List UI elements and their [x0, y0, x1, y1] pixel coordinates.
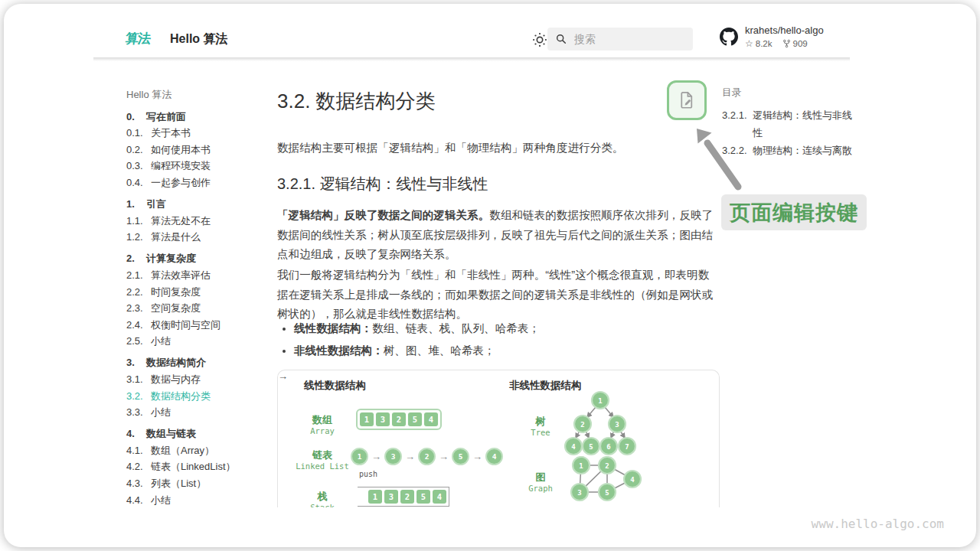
sidebar-item[interactable]: 2.4.权衡时间与空间 — [126, 317, 264, 334]
sidebar-item[interactable]: 2.3.空间复杂度 — [126, 300, 264, 317]
github-repo-name: krahets/hello-algo — [745, 24, 824, 37]
svg-text:7: 7 — [625, 443, 629, 451]
site-title[interactable]: Hello 算法 — [170, 31, 228, 47]
svg-text:6: 6 — [606, 443, 610, 451]
sidebar-item[interactable]: 0.1.关于本书 — [126, 125, 264, 142]
sidebar-item[interactable]: 4.3.列表（List） — [126, 475, 264, 492]
figure-cell: 2 — [392, 412, 406, 426]
figure-cell: 3 — [384, 490, 398, 504]
search-icon — [555, 33, 567, 45]
arrow-icon: → — [371, 451, 381, 462]
figure-cell: 1 — [368, 490, 382, 504]
svg-text:2: 2 — [580, 421, 584, 429]
figure-node: 2 — [418, 448, 436, 465]
figure-data-structures: 线性数据结构 非线性数据结构 数组 Array 13254 链表 Linked … — [277, 370, 720, 507]
sidebar-item[interactable]: 4.4.小结 — [126, 492, 264, 509]
figure-tree-diagram: 1 2 3 4 5 6 7 — [561, 390, 645, 458]
paragraph-linear: 我们一般将逻辑结构分为「线性」和「非线性」两种。“线性”这个概念很直观，即表明数… — [277, 266, 720, 324]
svg-text:3: 3 — [577, 489, 581, 497]
figure-stack-label-zh: 栈 — [298, 490, 347, 504]
intro-paragraph: 数据结构主要可根据「逻辑结构」和「物理结构」两种角度进行分类。 — [277, 139, 720, 158]
svg-text:5: 5 — [605, 489, 609, 497]
bullet-list: 线性数据结构：数组、链表、栈、队列、哈希表；非线性数据结构：树、图、堆、哈希表； — [294, 318, 720, 362]
sidebar-item[interactable]: 0.2.如何使用本书 — [126, 142, 264, 158]
arrow-icon: → — [472, 451, 482, 462]
figure-cell: 3 — [376, 412, 390, 426]
annotation-label: 页面编辑按键 — [721, 194, 867, 230]
svg-text:2: 2 — [605, 462, 609, 470]
github-icon — [720, 28, 738, 46]
arrow-icon: → — [439, 451, 449, 462]
figure-graph-label-en: Graph — [518, 484, 564, 493]
sidebar-item[interactable]: 2.1.算法效率评估 — [126, 267, 264, 284]
figure-stack-push-label: push — [359, 470, 377, 478]
figure-linear-title: 线性数据结构 — [304, 379, 366, 393]
paragraph-logical-lead: 「逻辑结构」反映了数据之间的逻辑关系。 — [277, 209, 489, 221]
bullet-item: 非线性数据结构：树、图、堆、哈希表； — [294, 340, 720, 361]
figure-cell: 1 — [360, 412, 374, 426]
sidebar-item[interactable]: 2.计算复杂度 — [126, 250, 264, 267]
svg-text:4: 4 — [630, 476, 635, 484]
github-repo-stats: 8.2k 909 — [745, 38, 824, 49]
edit-page-button[interactable] — [667, 80, 707, 120]
sidebar-item[interactable]: 4.数组与链表 — [126, 425, 264, 442]
figure-node: 1 — [351, 448, 368, 465]
sidebar-item[interactable]: 3.3.小结 — [126, 404, 264, 421]
figure-node: 5 — [452, 448, 469, 465]
sidebar-item[interactable]: 1.引言 — [126, 196, 264, 213]
fork-icon — [782, 39, 791, 48]
figure-graph-diagram: 1 2 4 3 5 — [561, 456, 653, 507]
sidebar-item[interactable]: 3.1.数据与内存 — [126, 371, 264, 388]
figure-cell: 2 — [400, 490, 414, 504]
sidebar-item[interactable]: 1.1.算法无处不在 — [126, 213, 264, 230]
sidebar-item[interactable]: 3.2.数据结构分类 — [126, 388, 264, 405]
page-title: 3.2. 数据结构分类 — [277, 88, 436, 115]
bullet-item: 线性数据结构：数组、链表、栈、队列、哈希表； — [294, 318, 720, 339]
figure-cell: 4 — [433, 490, 446, 504]
sidebar-item[interactable]: 0.写在前面 — [126, 109, 264, 126]
svg-text:4: 4 — [571, 443, 576, 451]
toc-title: 目录 — [722, 86, 856, 99]
sun-icon — [531, 31, 548, 48]
sidebar-root-label: Hello 算法 — [126, 86, 264, 103]
svg-text:5: 5 — [589, 443, 593, 451]
figure-node: 3 — [384, 448, 402, 465]
figure-list-label-en: Linked List — [286, 461, 359, 471]
sidebar-item[interactable]: 1.2.算法是什么 — [126, 229, 264, 246]
svg-text:1: 1 — [598, 397, 602, 405]
paragraph-logical: 「逻辑结构」反映了数据之间的逻辑关系。数组和链表的数据按照顺序依次排列，反映了数… — [277, 206, 720, 265]
sidebar-item[interactable]: 0.4.一起参与创作 — [126, 174, 264, 191]
sidebar-item[interactable]: 4.2.链表（LinkedList） — [126, 458, 264, 475]
svg-text:1: 1 — [579, 462, 583, 470]
figure-array: 13254 — [356, 409, 442, 430]
sidebar-item[interactable]: 3.数据结构简介 — [126, 354, 264, 371]
figure-list-label-zh: 链表 — [298, 448, 347, 462]
star-count: 8.2k — [756, 39, 773, 48]
figure-node: 4 — [485, 448, 503, 465]
arrow-icon: → — [405, 451, 415, 462]
sidebar-item[interactable]: 2.2.时间复杂度 — [126, 284, 264, 301]
site-logo[interactable]: 算法 — [125, 30, 151, 47]
site-watermark: www.hello-algo.com — [812, 517, 944, 531]
figure-stack-label-en: Stack — [298, 503, 347, 507]
figure-tree-label-en: Tree — [518, 428, 564, 437]
header: 算法 Hello 算法 — [93, 22, 850, 57]
figure-linked-list: 1→3→2→5→4 — [351, 448, 503, 465]
star-icon — [745, 38, 753, 49]
sidebar-item[interactable]: 0.3.编程环境安装 — [126, 158, 264, 174]
figure-cell: 5 — [408, 412, 422, 426]
header-divider — [93, 57, 850, 61]
sidebar-item[interactable]: 4.1.数组（Array） — [126, 442, 264, 459]
sidebar-nav: Hello 算法0.写在前面0.1.关于本书0.2.如何使用本书0.3.编程环境… — [126, 86, 264, 508]
figure-array-label-en: Array — [298, 426, 347, 435]
fork-count: 909 — [793, 39, 808, 48]
search-input[interactable] — [574, 33, 681, 45]
sidebar-item[interactable]: 2.5.小结 — [126, 333, 264, 350]
figure-graph-label-zh: 图 — [518, 471, 564, 484]
figure-tree-label-zh: 树 — [518, 415, 564, 429]
theme-toggle-button[interactable] — [531, 31, 548, 48]
github-repo-card[interactable]: krahets/hello-algo 8.2k 909 — [720, 24, 824, 49]
figure-array-label-zh: 数组 — [298, 413, 347, 427]
search-box[interactable] — [547, 28, 693, 51]
page-card: 算法 Hello 算法 — [4, 4, 976, 547]
